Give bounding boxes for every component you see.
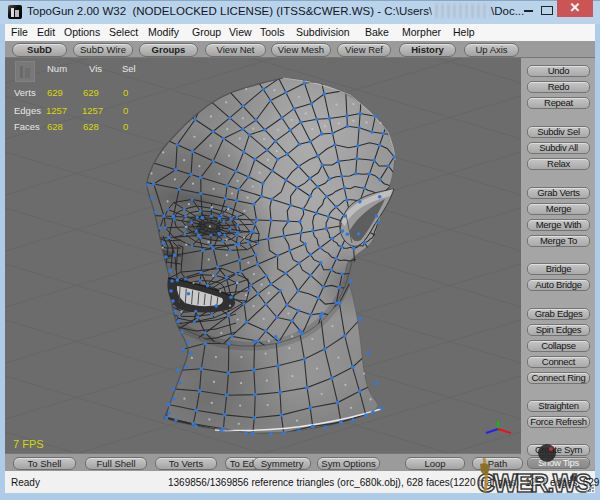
svg-text:7 FPS: 7 FPS bbox=[13, 438, 44, 450]
